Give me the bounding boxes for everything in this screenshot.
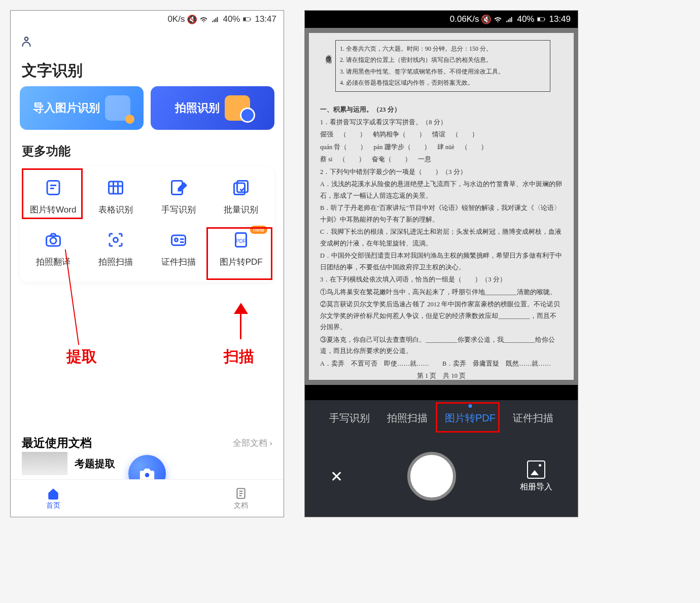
- mute-icon: 🔇: [482, 15, 491, 24]
- func-label: 图片转PDF: [220, 256, 263, 268]
- batch-icon: [231, 178, 251, 198]
- annotation-arrow-head: [234, 303, 248, 314]
- svg-rect-1: [251, 19, 251, 20]
- svg-point-13: [174, 238, 178, 241]
- gallery-import-button[interactable]: 相册导入: [520, 460, 552, 492]
- svg-point-11: [114, 238, 118, 242]
- doc-line: D．中国外交部强烈遣责日本对我国钓渔岛主权的频繁挑畔，希望日方多做有利于中日团结…: [320, 250, 563, 273]
- annotation-text-scan: 扫描: [224, 346, 254, 367]
- camera-icon: [225, 95, 250, 121]
- nav-home-label: 首页: [46, 501, 60, 510]
- status-bar: 0K/s 🔇 40% 13:47: [11, 11, 284, 28]
- home-icon: [47, 487, 60, 500]
- recent-item[interactable]: 考题提取: [22, 452, 115, 475]
- import-image-card[interactable]: 导入图片识别: [20, 86, 144, 130]
- wifi-icon: [199, 15, 208, 24]
- status-speed: 0K/s: [167, 14, 185, 24]
- func-label: 表格识别: [98, 204, 133, 216]
- close-button[interactable]: ✕: [330, 468, 343, 485]
- capture-mode-bar: 手写识别 拍照扫描 图片转PDF 证件扫描: [305, 400, 578, 436]
- func-label: 批量识别: [224, 204, 258, 216]
- status-speed: 0.06K/s: [450, 14, 479, 24]
- signal-icon: [211, 15, 220, 24]
- recent-title: 最近使用文档: [22, 435, 92, 451]
- pdf-icon: PDF: [231, 230, 251, 250]
- svg-rect-12: [171, 235, 185, 245]
- status-time: 13:47: [255, 14, 276, 24]
- doc-line: 2．下列句中错别字最少的一项是（ ）（3 分）: [320, 166, 563, 178]
- doc-line: A．卖弄 不置可否 即使……就…… B．卖弄 毋庸置疑 既然……就……: [320, 358, 563, 370]
- camera-translate-icon: [43, 230, 63, 250]
- nav-docs-label: 文档: [234, 501, 248, 510]
- profile-icon[interactable]: [11, 28, 284, 53]
- id-card-icon: [168, 230, 189, 250]
- annotation-arrow-shaft: [240, 311, 241, 339]
- recent-header: 最近使用文档 全部文档 ›: [11, 435, 284, 451]
- mode-id-scan[interactable]: 证件扫描: [513, 411, 553, 425]
- svg-rect-20: [538, 18, 540, 21]
- func-label: 证件扫描: [161, 256, 196, 268]
- func-label: 图片转Word: [30, 204, 76, 216]
- document-preview: 考生须知 1. 全卷共六页，六大题。时间：90 分钟。总分：150 分。 2. …: [309, 33, 574, 380]
- wifi-icon: [494, 15, 502, 24]
- shutter-button[interactable]: [407, 452, 456, 501]
- handwriting-icon: [168, 178, 189, 198]
- doc-line: 一、积累与运用。（23 分）: [320, 104, 563, 116]
- mode-handwriting[interactable]: 手写识别: [329, 411, 370, 425]
- exam-notice-box: 考生须知 1. 全卷共六页，六大题。时间：90 分钟。总分：150 分。 2. …: [335, 40, 550, 92]
- functions-panel: 图片转Word 表格识别 手写识别 批量识别 拍照翻译 拍照扫描 证件扫描 ne…: [20, 166, 274, 282]
- new-badge: new: [250, 226, 267, 234]
- import-image-label: 导入图片识别: [33, 100, 100, 116]
- annotation-text-extract: 提取: [66, 346, 97, 367]
- document-icon: [234, 487, 248, 500]
- func-photo-translate[interactable]: 拍照翻译: [22, 230, 85, 268]
- mode-photo-scan[interactable]: 拍照扫描: [387, 411, 428, 425]
- signal-icon: [505, 15, 514, 24]
- word-icon: [43, 178, 63, 198]
- photo-recognize-label: 拍照识别: [175, 100, 220, 116]
- nav-home[interactable]: 首页: [46, 487, 60, 510]
- doc-line: 1．看拼音写汉字或看汉字写拼音。（8 分）: [320, 117, 563, 128]
- doc-line: quán 骨（ ） pán 跚学步（ ） 肆 nüè （ ）: [320, 141, 563, 153]
- func-photo-scan[interactable]: 拍照扫描: [85, 230, 148, 268]
- doc-line: A．浅浅的花溪水从险俊的悬涯绝壁上飞流而下，与水边的竹篁青草、水中斑斓的卵石，形…: [320, 179, 563, 201]
- doc-line: 倔强 （ ） 鹌鹑相争（ ） 情谊 （ ）: [320, 129, 563, 140]
- svg-rect-19: [545, 19, 545, 20]
- notice-side-label: 考生须知: [324, 50, 334, 54]
- doc-line: C．我脚下长出的根须，深深轧进泥土和岩层；头发长成树冠，胳博变成树枝，血液变成树…: [320, 226, 563, 249]
- recent-all-link[interactable]: 全部文档 ›: [233, 437, 272, 449]
- notice-line: 1. 全卷共六页，六大题。时间：90 分钟。总分：150 分。: [340, 44, 546, 54]
- camera-controls: ✕ 相册导入: [305, 436, 578, 517]
- scan-icon: [106, 230, 126, 250]
- image-scan-icon: [105, 95, 130, 121]
- func-label: 手写识别: [161, 204, 196, 216]
- svg-text:PDF: PDF: [236, 238, 247, 244]
- notice-line: 3. 请用黑色中性笔、签字笔或钢笔作答。不得使用涂改工具。: [340, 66, 546, 77]
- nav-docs[interactable]: 文档: [234, 487, 248, 510]
- func-batch-recognize[interactable]: 批量识别: [210, 178, 273, 216]
- func-id-scan[interactable]: 证件扫描: [147, 230, 210, 268]
- func-label: 拍照翻译: [36, 256, 71, 268]
- phone-right: 0.06K/s 🔇 40% 13:49 考生须知 1. 全卷共六页，六大题。时间…: [304, 10, 578, 517]
- photo-recognize-card[interactable]: 拍照识别: [151, 86, 274, 130]
- page-title: 文字识别: [11, 53, 284, 86]
- svg-point-10: [50, 238, 56, 244]
- more-functions-header: 更多功能: [11, 140, 284, 166]
- func-image-to-word[interactable]: 图片转Word: [22, 178, 85, 216]
- svg-rect-5: [109, 182, 123, 194]
- doc-line: ③夏洛克，你自己可以去查查明白。__________你要求公道，我_______…: [320, 334, 563, 357]
- recent-thumbnail: [22, 452, 67, 475]
- func-table-recognize[interactable]: 表格识别: [85, 178, 148, 216]
- mode-image-to-pdf[interactable]: 图片转PDF: [445, 411, 496, 425]
- battery-icon: [537, 15, 546, 24]
- notice-line: 4. 必须在答题卷指定区域内作答，否则答案无效。: [340, 78, 546, 88]
- func-handwriting[interactable]: 手写识别: [147, 178, 210, 216]
- doc-line: 蔡 si （ ） 奋奄（ ） 一息: [320, 154, 563, 165]
- func-image-to-pdf[interactable]: new PDF 图片转PDF: [210, 230, 273, 268]
- bottom-nav: 首页 文档: [11, 479, 284, 517]
- table-icon: [106, 178, 126, 198]
- status-bar: 0.06K/s 🔇 40% 13:49: [305, 11, 578, 28]
- battery-icon: [243, 15, 252, 24]
- svg-rect-2: [243, 18, 246, 21]
- status-battery-pct: 40%: [223, 14, 240, 24]
